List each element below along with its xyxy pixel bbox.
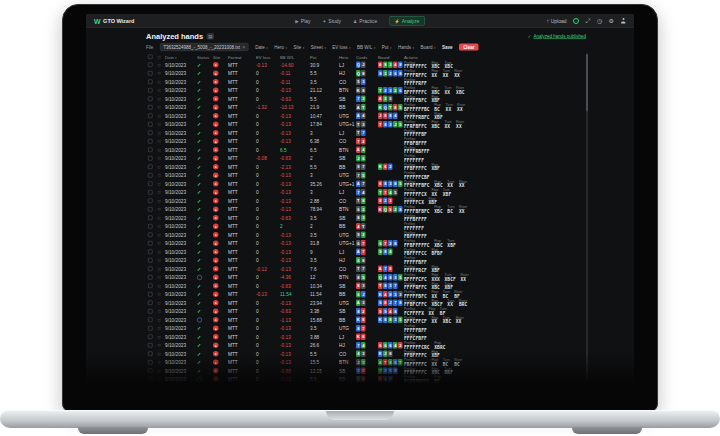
favorite-star-icon[interactable]: ☆ (157, 130, 165, 135)
table-row[interactable]: ☆9/10/2023✓♠MTT0-0.132.88COT8823PreflopF… (146, 197, 588, 206)
upload-button[interactable]: ↑ Upload (546, 18, 566, 24)
favorite-star-icon[interactable]: ☆ (157, 275, 165, 280)
table-row[interactable]: ☆9/10/2023✓♠MTT0-0.1323.94UTGA368J78Pref… (146, 299, 588, 308)
scrollbar-thumb[interactable] (586, 54, 588, 112)
favorite-star-icon[interactable]: ☆ (157, 317, 165, 322)
nav-item-study[interactable]: ✦Study (323, 18, 342, 24)
row-checkbox[interactable] (148, 148, 153, 153)
column-header-board[interactable]: Board (378, 54, 404, 59)
favorite-star-icon[interactable]: ☆ (157, 351, 165, 356)
filter-dropdown-bb-w-l[interactable]: BB W/L▾ (357, 45, 375, 50)
table-row[interactable]: ☆9/10/2023✓♠MTT-0.08-0.632SBJ6PreflopFFF… (146, 154, 588, 163)
nav-item-practice[interactable]: ♟Practice (353, 18, 377, 24)
filter-dropdown-hero[interactable]: Hero▾ (274, 45, 287, 50)
filter-dropdown-hands[interactable]: Hands▾ (398, 45, 414, 50)
favorite-star-icon[interactable]: ☆ (157, 156, 165, 161)
favorite-star-icon[interactable]: ☆ (157, 181, 165, 186)
table-row[interactable]: ☆9/10/2023✓♠MTT0-0.8812.15SB257258Preflo… (146, 367, 588, 376)
table-row[interactable]: ☆9/10/2023✓♠MTT-1.32-10.1321.9BBATKQT85P… (146, 103, 588, 112)
table-row[interactable]: ☆9/10/2023✓♠MTT0-0.139LJA7984PreflopFBFF… (146, 248, 588, 257)
table-row[interactable]: ☆9/10/2023✓♠MTT022BB4TPreflopFFFFFFF (146, 222, 588, 231)
fullscreen-icon[interactable]: ⤢ (586, 18, 591, 24)
table-row[interactable]: ☆9/10/2023✓♠MTT0-0.635.5SB73A25PreflopFF… (146, 95, 588, 104)
table-row[interactable]: ☆9/10/2023✓♠MTT0-0.136.38CO72PreflopFFBF… (146, 137, 588, 146)
published-link[interactable]: ✓ Analyzed hands published (528, 34, 586, 39)
favorite-star-icon[interactable]: ☆ (157, 113, 165, 118)
filter-dropdown-board[interactable]: Board▾ (421, 45, 436, 50)
row-checkbox[interactable] (148, 216, 153, 221)
table-row[interactable]: ☆9/10/2023✓♠MTT0-0.1321.12BTNK8T2326Pref… (146, 86, 588, 95)
hands-list-icon[interactable]: ▤ (207, 33, 215, 40)
column-header-actions[interactable]: Actions (404, 54, 588, 59)
filter-dropdown-ev-loss[interactable]: EV loss▾ (332, 45, 350, 50)
favorite-star-icon[interactable]: ☆ (157, 122, 165, 127)
favorite-star-icon[interactable]: ☆ (157, 266, 165, 271)
file-filter-chip[interactable]: T3632524988_-_5008_-_20231008.txt × (160, 43, 249, 51)
column-header-pot[interactable]: Pot (310, 54, 339, 59)
row-checkbox[interactable] (148, 335, 153, 340)
table-row[interactable]: ☆9/10/2023✓♠MTT0-0.133UTG75PreflopFFFFFF… (146, 171, 588, 180)
row-checkbox[interactable] (148, 284, 153, 289)
favorite-star-icon[interactable]: ☆ (157, 71, 165, 76)
row-checkbox[interactable] (148, 156, 153, 161)
row-checkbox[interactable] (148, 71, 153, 76)
column-header-status[interactable]: Status (197, 54, 213, 59)
favorite-star-icon[interactable]: ☆ (157, 173, 165, 178)
favorite-star-icon[interactable]: ☆ (157, 96, 165, 101)
row-checkbox[interactable] (148, 97, 153, 102)
row-checkbox[interactable] (148, 224, 153, 229)
row-checkbox[interactable] (148, 114, 153, 119)
row-checkbox[interactable] (148, 88, 153, 93)
row-checkbox[interactable] (148, 352, 153, 357)
table-row[interactable]: ☆9/10/2023✓♠MTT0-0.133.5UTG87PreflopFFFF… (146, 324, 588, 333)
remove-file-icon[interactable]: × (243, 45, 246, 50)
row-checkbox[interactable] (148, 343, 153, 348)
favorite-star-icon[interactable]: ☆ (157, 224, 165, 229)
favorite-star-icon[interactable]: ☆ (157, 139, 165, 144)
favorite-star-icon[interactable]: ☆ (157, 164, 165, 169)
table-row[interactable]: ☆9/10/2023✓♠MTT-0.12-0.137.6COT7A78Prefl… (146, 265, 588, 274)
table-row[interactable]: ☆9/10/2023✓♠MTT-0.13-14.6030.9LJQJA8348P… (146, 61, 588, 70)
favorite-star-icon[interactable]: ☆ (157, 249, 165, 254)
vertical-scrollbar[interactable] (586, 53, 588, 384)
table-row[interactable]: ☆9/10/2023✓♠MTT0-0.133LJT7PreflopFFFFFFB… (146, 129, 588, 138)
favorite-star-icon[interactable]: ☆ (157, 334, 165, 339)
row-checkbox[interactable] (148, 182, 153, 187)
row-checkbox[interactable] (148, 369, 153, 374)
filter-dropdown-street[interactable]: Street▾ (311, 45, 326, 50)
table-row[interactable]: ☆9/10/2023✓♠MTT0-0.133.5UTG92PreflopFBFF… (146, 231, 588, 240)
account-badge-icon[interactable] (573, 18, 579, 24)
favorite-star-icon[interactable]: ☆ (157, 215, 165, 220)
table-row[interactable]: ☆9/10/2023♠MTT0-1.138.5BB38K47PreflopFCF… (146, 375, 588, 384)
column-header-site[interactable]: Site (213, 54, 228, 59)
favorite-star-icon[interactable]: ☆ (157, 232, 165, 237)
row-checkbox[interactable] (148, 80, 153, 85)
table-row[interactable]: ☆9/10/2023✓♠MTT0-0.1315.5BTNJ5AT86TPrefl… (146, 358, 588, 367)
row-checkbox[interactable] (148, 190, 153, 195)
table-row[interactable]: ☆9/10/2023✓♠MTT0-0.133.88LJK8PreflopFFFC… (146, 333, 588, 342)
nav-item-play[interactable]: ▶Play (295, 18, 310, 24)
favorite-star-icon[interactable]: ☆ (157, 326, 165, 331)
filter-dropdown-date[interactable]: Date▾ (255, 45, 268, 50)
table-row[interactable]: ☆9/10/2023✓♠MTT0-0.1378.94BTN62KQ928Pref… (146, 205, 588, 214)
row-checkbox[interactable] (148, 258, 153, 263)
row-checkbox[interactable] (148, 105, 153, 110)
gear-icon[interactable]: ⚙ (609, 18, 614, 24)
favorite-star-icon[interactable]: ☆ (157, 343, 165, 348)
save-button[interactable]: Save (442, 45, 453, 50)
table-row[interactable]: ☆9/10/2023✓♠MTT0-0.1317.84UTG+1T3T83J5Pr… (146, 120, 588, 129)
column-header-ev-loss[interactable]: EV loss (256, 54, 280, 59)
favorite-star-icon[interactable]: ☆ (157, 258, 165, 263)
table-row[interactable]: ☆9/10/2023✓♠MTT0-0.1335.26UTG+1A768385Pr… (146, 180, 588, 189)
favorite-star-icon[interactable]: ☆ (157, 198, 165, 203)
table-row[interactable]: ☆9/10/2023✓♠MTT0-0.1326.6HJ7466642Preflo… (146, 341, 588, 350)
row-checkbox[interactable] (148, 318, 153, 323)
row-checkbox[interactable] (148, 326, 153, 331)
favorite-star-icon[interactable]: ☆ (157, 79, 165, 84)
table-row[interactable]: ☆9/10/2023♠MTT0-4.3612BTN85Q4835PreflopB… (146, 273, 588, 282)
favorite-star-icon[interactable]: ☆ (157, 88, 165, 93)
favorite-star-icon[interactable]: ☆ (157, 360, 165, 365)
favorite-star-icon[interactable]: ☆ (157, 368, 165, 373)
favorite-star-icon[interactable]: ☆ (157, 283, 165, 288)
column-header-cards[interactable]: Cards (356, 54, 378, 59)
